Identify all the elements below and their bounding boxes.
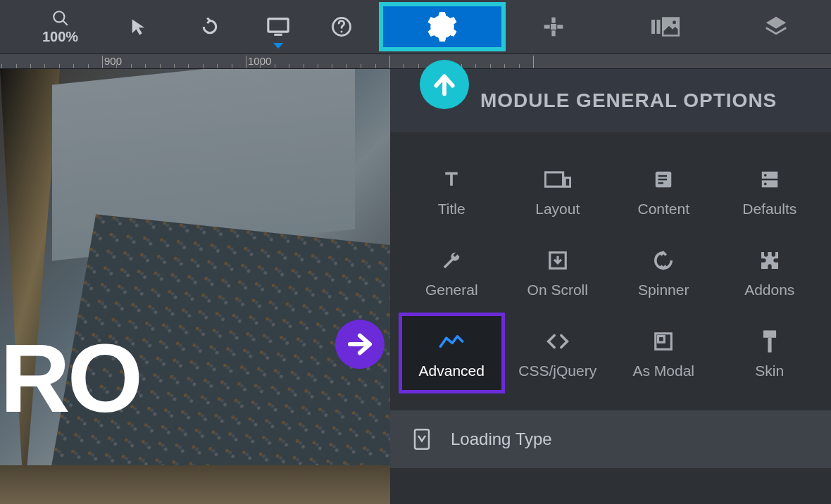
svg-rect-12 [657, 20, 661, 34]
help-button[interactable] [331, 16, 352, 37]
settings-tool-active[interactable] [379, 2, 506, 51]
option-spinner[interactable]: Spinner [611, 232, 717, 313]
option-label: Skin [755, 363, 784, 379]
option-label: As Modal [632, 363, 694, 379]
chevron-down-icon [273, 43, 283, 49]
puzzle-icon [758, 246, 781, 275]
zoom-tool[interactable]: 100% [42, 9, 78, 45]
svg-rect-11 [651, 20, 655, 34]
modal-icon [653, 327, 674, 355]
undo-icon [199, 16, 220, 37]
content-icon [653, 165, 674, 194]
wrench-icon [441, 246, 462, 275]
svg-rect-16 [565, 177, 570, 187]
svg-rect-27 [658, 336, 665, 342]
defaults-icon [759, 165, 780, 194]
svg-rect-15 [545, 172, 563, 186]
viewport-tool[interactable] [266, 16, 290, 37]
dpad-icon [542, 15, 565, 38]
option-css-jquery[interactable]: CSS/jQuery [505, 313, 611, 393]
chart-icon [439, 327, 464, 355]
svg-rect-9 [557, 25, 563, 28]
canvas-overlay-text: RO [0, 329, 140, 427]
svg-rect-6 [551, 18, 555, 23]
svg-point-23 [764, 173, 767, 176]
option-as-modal[interactable]: As Modal [611, 313, 717, 393]
move-tool[interactable] [542, 15, 565, 38]
annotation-arrow-right [335, 320, 385, 369]
arrow-right-icon [345, 329, 375, 359]
svg-rect-7 [551, 30, 555, 36]
annotation-arrow-up [420, 60, 469, 109]
slide-gallery-tool[interactable] [651, 16, 680, 37]
option-general[interactable]: General [399, 232, 505, 313]
cursor-icon [129, 17, 149, 37]
svg-rect-20 [658, 182, 664, 184]
option-label: Content [637, 201, 689, 218]
main-area: RO MODULE GENERAL OPTIONS TitleLayoutCon… [0, 69, 831, 504]
gear-icon [427, 11, 458, 42]
undo-button[interactable] [199, 16, 220, 37]
svg-point-14 [673, 20, 676, 24]
canvas-overlay [0, 69, 390, 504]
svg-rect-28 [763, 330, 776, 337]
panel-title: MODULE GENERAL OPTIONS [480, 89, 777, 112]
skin-icon [761, 327, 779, 355]
ruler-mark-1000: 1000 [248, 55, 271, 67]
layout-icon [544, 165, 571, 194]
display-icon [266, 16, 290, 37]
options-panel: MODULE GENERAL OPTIONS TitleLayoutConten… [390, 69, 831, 504]
option-defaults[interactable]: Defaults [717, 151, 823, 232]
svg-rect-18 [658, 175, 668, 177]
option-addons[interactable]: Addons [717, 232, 823, 313]
options-grid: TitleLayoutContentDefaultsGeneralOn Scro… [390, 132, 831, 406]
down-box-icon [547, 246, 568, 275]
option-on-scroll[interactable]: On Scroll [505, 232, 611, 313]
help-icon [331, 16, 352, 37]
loading-type-label: Loading Type [451, 429, 552, 449]
layers-icon [764, 15, 788, 39]
code-icon [546, 327, 570, 355]
top-toolbar: 100% [0, 0, 831, 53]
ruler: 900 1000 [0, 53, 831, 69]
svg-rect-10 [551, 24, 556, 30]
option-layout[interactable]: Layout [505, 151, 611, 232]
svg-point-5 [341, 30, 343, 32]
spinner-icon [653, 246, 674, 275]
option-label: On Scroll [527, 282, 588, 298]
canvas-preview[interactable]: RO [0, 69, 390, 504]
option-skin[interactable]: Skin [717, 313, 823, 393]
search-icon [51, 9, 70, 27]
text-icon [441, 165, 462, 194]
zoom-level-label: 100% [42, 29, 78, 45]
svg-rect-2 [268, 19, 288, 32]
layers-tool[interactable] [764, 15, 788, 39]
svg-point-24 [764, 182, 767, 185]
ruler-mark-900: 900 [104, 55, 122, 67]
option-label: Title [438, 201, 466, 218]
option-title[interactable]: Title [399, 151, 505, 232]
option-label: Layout [535, 201, 580, 218]
selection-tool[interactable] [129, 17, 149, 37]
arrow-up-icon [430, 70, 458, 99]
option-label: Addons [744, 282, 794, 298]
image-gallery-icon [651, 16, 680, 37]
option-label: Spinner [638, 282, 689, 298]
option-content[interactable]: Content [611, 151, 717, 232]
svg-rect-8 [544, 25, 550, 28]
option-label: Advanced [419, 363, 485, 379]
svg-line-1 [63, 20, 68, 25]
option-advanced[interactable]: Advanced [399, 313, 505, 393]
loading-type-section[interactable]: Loading Type [390, 410, 831, 468]
loading-icon [413, 429, 431, 450]
svg-rect-19 [658, 178, 668, 180]
option-label: Defaults [742, 201, 796, 218]
option-label: General [425, 282, 478, 298]
svg-rect-30 [415, 429, 429, 449]
svg-rect-29 [768, 337, 771, 352]
option-label: CSS/jQuery [518, 363, 596, 379]
svg-point-0 [54, 11, 64, 22]
